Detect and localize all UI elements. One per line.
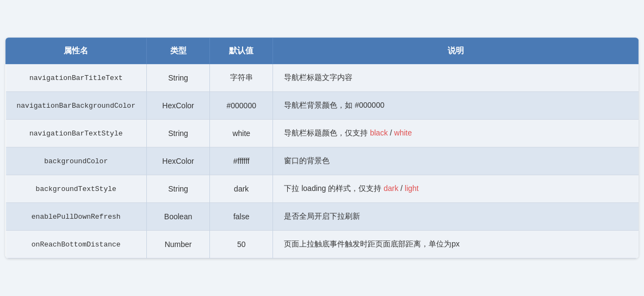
keyword-highlight: light xyxy=(405,184,419,193)
cell-default: false xyxy=(210,203,273,231)
cell-default: #000000 xyxy=(210,92,273,120)
cell-type: HexColor xyxy=(146,92,209,120)
cell-desc: 窗口的背景色 xyxy=(273,147,639,175)
cell-desc: 导航栏标题颜色，仅支持 black / white xyxy=(273,120,639,147)
table-row: navigationBarBackgroundColorHexColor#000… xyxy=(6,92,639,120)
cell-type: Number xyxy=(146,231,209,258)
cell-desc: 导航栏标题文字内容 xyxy=(273,64,639,92)
cell-type: String xyxy=(146,64,209,92)
table-row: enablePullDownRefreshBooleanfalse是否全局开启下… xyxy=(6,203,639,231)
cell-default: dark xyxy=(210,175,273,203)
table-row: onReachBottomDistanceNumber50页面上拉触底事件触发时… xyxy=(6,231,639,258)
cell-default: white xyxy=(210,120,273,147)
properties-table: 属性名 类型 默认值 说明 navigationBarTitleTextStri… xyxy=(5,38,639,258)
cell-name: onReachBottomDistance xyxy=(6,231,147,258)
cell-name: navigationBarBackgroundColor xyxy=(6,92,147,120)
cell-desc: 下拉 loading 的样式，仅支持 dark / light xyxy=(273,175,639,203)
properties-table-container: 属性名 类型 默认值 说明 navigationBarTitleTextStri… xyxy=(5,38,639,258)
table-header-row: 属性名 类型 默认值 说明 xyxy=(6,38,639,64)
cell-name: navigationBarTitleText xyxy=(6,64,147,92)
cell-name: backgroundColor xyxy=(6,147,147,175)
table-row: backgroundTextStyleStringdark下拉 loading … xyxy=(6,175,639,203)
cell-default: #ffffff xyxy=(210,147,273,175)
cell-name: backgroundTextStyle xyxy=(6,175,147,203)
keyword-highlight: white xyxy=(394,128,412,137)
cell-desc: 导航栏背景颜色，如 #000000 xyxy=(273,92,639,120)
cell-type: Boolean xyxy=(146,203,209,231)
cell-name: enablePullDownRefresh xyxy=(6,203,147,231)
header-desc: 说明 xyxy=(273,38,639,64)
header-name: 属性名 xyxy=(6,38,147,64)
cell-type: String xyxy=(146,175,209,203)
cell-type: HexColor xyxy=(146,147,209,175)
table-row: backgroundColorHexColor#ffffff窗口的背景色 xyxy=(6,147,639,175)
keyword-highlight: black xyxy=(370,128,388,137)
keyword-highlight: dark xyxy=(383,184,398,193)
cell-type: String xyxy=(146,120,209,147)
cell-name: navigationBarTextStyle xyxy=(6,120,147,147)
table-row: navigationBarTitleTextString字符串导航栏标题文字内容 xyxy=(6,64,639,92)
cell-desc: 页面上拉触底事件触发时距页面底部距离，单位为px xyxy=(273,231,639,258)
cell-default: 50 xyxy=(210,231,273,258)
cell-desc: 是否全局开启下拉刷新 xyxy=(273,203,639,231)
header-default: 默认值 xyxy=(210,38,273,64)
cell-default: 字符串 xyxy=(210,64,273,92)
table-row: navigationBarTextStyleStringwhite导航栏标题颜色… xyxy=(6,120,639,147)
header-type: 类型 xyxy=(146,38,209,64)
